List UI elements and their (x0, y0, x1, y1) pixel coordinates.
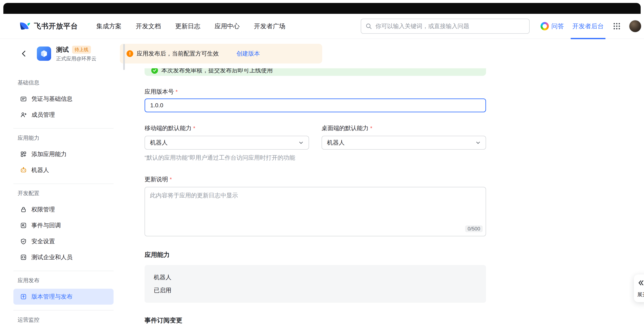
expand-panel-handle[interactable]: 展开 (634, 274, 644, 302)
sidebar: 基础信息 凭证与基础信息 成员管理 应用能力 (0, 68, 131, 326)
brand[interactable]: 飞书开放平台 (19, 21, 78, 31)
release-up-icon (20, 293, 27, 300)
sidebar-item-test-users[interactable]: 测试企业和人员 (14, 249, 114, 265)
sidebar-item-label: 成员管理 (32, 111, 55, 119)
sidebar-scrollbar[interactable] (123, 44, 125, 70)
sidebar-divider (14, 310, 114, 310)
console-label: 开发者后台 (572, 22, 604, 30)
sidebar-item-label: 测试企业和人员 (32, 253, 72, 261)
desktop-capability-field: 桌面端的默认能力 机器人 (322, 124, 486, 150)
app-meta: 测试 待上线 正式应用@环界云 (56, 46, 96, 62)
chevron-down-icon (476, 140, 480, 145)
sidebar-section-monitor-title: 运营监控 (18, 316, 131, 324)
search-input[interactable] (376, 23, 525, 30)
primary-nav: 集成方案 开发文档 更新日志 应用中心 开发者广场 (96, 22, 285, 30)
mobile-capability-value: 机器人 (150, 139, 168, 147)
sidebar-item-members[interactable]: 成员管理 (14, 107, 114, 123)
sidebar-item-label: 版本管理与发布 (32, 293, 72, 301)
add-capability-icon (20, 151, 27, 158)
mobile-capability-select[interactable]: 机器人 (144, 136, 309, 150)
app-name: 测试 (56, 46, 69, 54)
sidebar-item-label: 事件与回调 (32, 222, 61, 230)
nav-item-changelog[interactable]: 更新日志 (175, 22, 200, 30)
sidebar-item-label: 添加应用能力 (32, 150, 66, 158)
sidebar-section-basic-title: 基础信息 (18, 79, 131, 86)
avatar[interactable] (629, 20, 642, 32)
sidebar-item-label: 权限管理 (32, 206, 55, 214)
sidebar-divider (14, 128, 114, 129)
sidebar-item-add-capability[interactable]: 添加应用能力 (14, 146, 114, 162)
event-section-title: 事件订阅变更 (144, 316, 486, 325)
qa-label: 问答 (552, 22, 564, 30)
chevron-down-icon (298, 140, 304, 145)
event-callback-icon (20, 222, 27, 229)
app-subtitle: 正式应用@环界云 (56, 55, 96, 62)
sidebar-item-credentials[interactable]: 凭证与基础信息 (14, 91, 114, 107)
mobile-capability-label: 移动端的默认能力 (144, 124, 309, 132)
mobile-capability-field: 移动端的默认能力 机器人 (144, 124, 309, 150)
sidebar-item-security[interactable]: 安全设置 (14, 234, 114, 249)
double-chevron-left-icon (637, 280, 644, 286)
bot-icon (20, 167, 27, 174)
search-icon (365, 23, 372, 30)
sidebar-item-bot[interactable]: 机器人 (14, 162, 114, 178)
success-banner: 本次发布免审核，提交发布后即可上线使用 (144, 68, 486, 76)
sidebar-divider (14, 184, 114, 184)
credential-icon (20, 96, 27, 102)
body-row: 基础信息 凭证与基础信息 成员管理 应用能力 (0, 68, 644, 326)
members-icon (20, 112, 27, 118)
sidebar-divider (14, 271, 114, 271)
success-banner-text: 本次发布免审核，提交发布后即可上线使用 (161, 68, 273, 74)
lock-icon (20, 206, 27, 213)
capability-status: 已启用 (154, 286, 477, 294)
nav-item-integration[interactable]: 集成方案 (96, 22, 122, 30)
sidebar-item-events[interactable]: 事件与回调 (14, 218, 114, 234)
search-box[interactable] (361, 19, 530, 34)
desktop-capability-select[interactable]: 机器人 (322, 136, 486, 150)
success-check-icon (151, 68, 158, 74)
warning-icon: ! (126, 50, 133, 57)
sidebar-item-label: 凭证与基础信息 (32, 95, 72, 103)
sidebar-section-capability-title: 应用能力 (18, 134, 131, 142)
window-chrome-bar (3, 3, 641, 14)
sidebar-section-devconfig-title: 开发配置 (18, 190, 131, 197)
publish-notice-banner: ! 应用发布后，当前配置方可生效 创建版本 (120, 44, 322, 64)
top-navigation: 飞书开放平台 集成方案 开发文档 更新日志 应用中心 开发者广场 问答 开发者后… (0, 14, 644, 39)
qa-entry[interactable]: 问答 (540, 22, 564, 30)
char-counter: 0/500 (465, 226, 483, 232)
expand-label: 展开 (637, 291, 644, 298)
status-badge: 待上线 (72, 46, 91, 54)
capability-hint: “默认的应用功能”即用户通过工作台访问应用时打开的功能 (144, 154, 486, 162)
shield-check-icon (20, 238, 27, 245)
app-header-bar: 测试 待上线 正式应用@环界云 ! 应用发布后，当前配置方可生效 创建版本 (0, 39, 644, 68)
notes-label: 更新说明 (144, 175, 486, 184)
capability-panel: 机器人 已启用 (144, 265, 486, 303)
sidebar-item-permissions[interactable]: 权限管理 (14, 202, 114, 218)
nav-item-app-center[interactable]: 应用中心 (214, 22, 240, 30)
capability-section-title: 应用能力 (144, 250, 486, 259)
version-label: 应用版本号 (144, 88, 486, 96)
version-input[interactable] (144, 98, 486, 112)
notice-text: 应用发布后，当前配置方可生效 (136, 50, 219, 58)
nav-item-dev-plaza[interactable]: 开发者广场 (254, 22, 285, 30)
desktop-capability-label: 桌面端的默认能力 (322, 124, 486, 132)
nav-item-docs[interactable]: 开发文档 (136, 22, 161, 30)
main-content: 本次发布免审核，提交发布后即可上线使用 应用版本号 移动端的默认能力 机器人 (131, 68, 644, 326)
feishu-logo-icon (19, 21, 30, 31)
sidebar-item-label: 机器人 (32, 166, 49, 174)
sidebar-section-release-title: 应用发布 (18, 276, 131, 284)
code-brackets-icon (20, 254, 27, 261)
apps-grid-icon[interactable] (613, 22, 620, 30)
back-button[interactable] (20, 50, 28, 58)
app-icon (37, 46, 51, 61)
sidebar-item-label: 安全设置 (32, 238, 55, 245)
capability-name: 机器人 (154, 274, 477, 281)
page: 飞书开放平台 集成方案 开发文档 更新日志 应用中心 开发者广场 问答 开发者后… (0, 0, 644, 326)
create-version-link[interactable]: 创建版本 (236, 50, 260, 58)
brand-name: 飞书开放平台 (34, 21, 78, 31)
tab-developer-console[interactable]: 开发者后台 (572, 14, 604, 39)
release-notes-textarea[interactable] (144, 187, 486, 236)
sidebar-item-version-release[interactable]: 版本管理与发布 (14, 289, 114, 305)
desktop-capability-value: 机器人 (327, 139, 345, 147)
qa-ring-icon (540, 22, 549, 30)
